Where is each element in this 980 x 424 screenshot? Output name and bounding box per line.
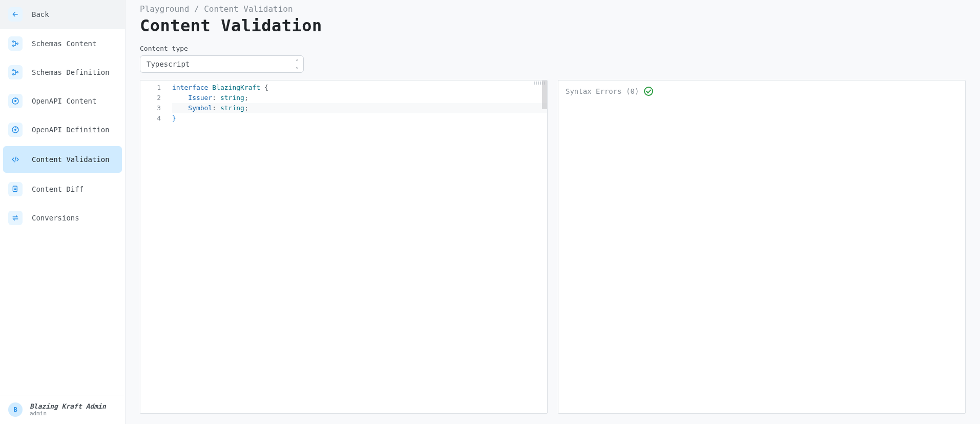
check-circle-icon (644, 87, 653, 96)
code-icon (8, 152, 23, 167)
schema-icon (8, 65, 23, 79)
sidebar-item-label: Content Validation (32, 155, 110, 164)
content-type-select[interactable] (140, 55, 304, 73)
sidebar-top: Back Schemas Content Schemas Definition … (0, 0, 125, 395)
schema-icon (8, 36, 23, 51)
errors-header: Syntax Errors (0) (566, 87, 958, 96)
openapi-icon (8, 123, 23, 137)
svg-rect-10 (13, 186, 17, 192)
svg-point-1 (13, 45, 14, 47)
sidebar-item-content-diff[interactable]: Content Diff (0, 175, 125, 204)
code-editor[interactable]: 1234 interface BlazingKraft { Issuer: st… (140, 80, 547, 413)
openapi-icon (8, 94, 23, 108)
editor-code[interactable]: interface BlazingKraft { Issuer: string;… (168, 80, 547, 413)
scrollbar-thumb[interactable] (542, 80, 547, 109)
breadcrumb: Playground / Content Validation (140, 4, 966, 14)
user-role: admin (30, 410, 106, 417)
svg-point-5 (17, 72, 18, 73)
sidebar-back[interactable]: Back (0, 0, 125, 29)
sidebar: Back Schemas Content Schemas Definition … (0, 0, 126, 424)
svg-point-9 (14, 129, 16, 131)
sidebar-item-label: Schemas Definition (32, 68, 110, 76)
errors-panel: Syntax Errors (0) (558, 80, 966, 414)
sidebar-item-content-validation[interactable]: Content Validation (3, 146, 122, 173)
user-name: Blazing Kraft Admin (30, 402, 106, 410)
sidebar-item-label: OpenAPI Content (32, 97, 96, 105)
sidebar-back-label: Back (32, 10, 49, 18)
user-info: Blazing Kraft Admin admin (30, 402, 106, 417)
sidebar-item-label: Schemas Content (32, 39, 96, 48)
swap-icon (8, 211, 23, 225)
sidebar-item-label: OpenAPI Definition (32, 126, 110, 134)
svg-point-2 (17, 43, 18, 45)
sidebar-item-openapi-definition[interactable]: OpenAPI Definition (0, 115, 125, 144)
errors-label: Syntax Errors (0) (566, 87, 639, 95)
back-icon (8, 7, 23, 22)
content-type-select-wrap: ⌃⌄ (140, 55, 304, 73)
sidebar-item-conversions[interactable]: Conversions (0, 204, 125, 232)
sidebar-user[interactable]: B Blazing Kraft Admin admin (0, 395, 125, 424)
svg-point-4 (13, 74, 14, 75)
svg-point-3 (13, 70, 14, 71)
sidebar-item-schemas-content[interactable]: Schemas Content (0, 29, 125, 58)
sidebar-item-label: Conversions (32, 214, 79, 222)
content-type-label: Content type (140, 45, 966, 52)
diff-icon (8, 182, 23, 196)
sidebar-item-schemas-definition[interactable]: Schemas Definition (0, 58, 125, 87)
panels: 1234 interface BlazingKraft { Issuer: st… (140, 80, 966, 414)
svg-point-0 (13, 41, 14, 43)
sidebar-item-label: Content Diff (32, 185, 84, 193)
editor-gutter: 1234 (140, 80, 168, 413)
avatar: B (8, 402, 23, 417)
editor-panel: 1234 interface BlazingKraft { Issuer: st… (140, 80, 548, 414)
main: Playground / Content Validation Content … (126, 0, 980, 424)
sidebar-item-openapi-content[interactable]: OpenAPI Content (0, 87, 125, 115)
svg-point-7 (14, 100, 16, 102)
page-title: Content Validation (140, 16, 966, 35)
